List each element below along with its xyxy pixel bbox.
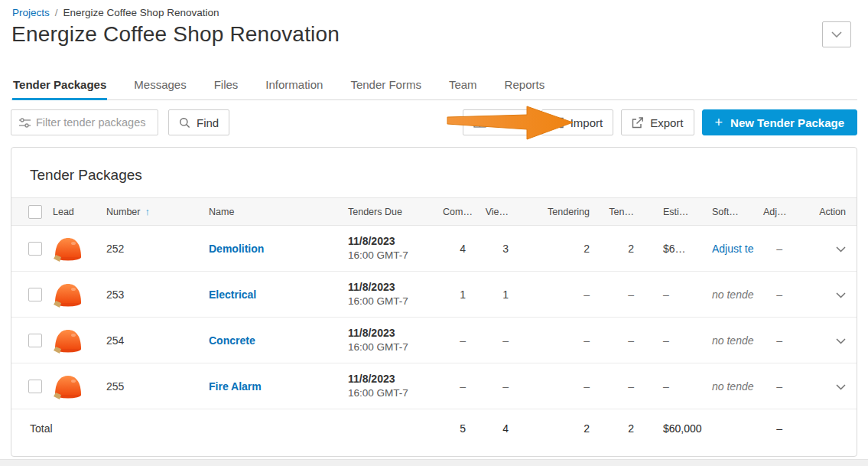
column-header-lead[interactable]: Lead [47, 198, 100, 226]
tab-messages[interactable]: Messages [133, 73, 187, 99]
tender-package-link[interactable]: Electrical [209, 288, 256, 301]
filter-sliders-icon [18, 116, 31, 129]
cell-estimate: – [637, 363, 706, 409]
column-header-viewed[interactable]: Vie… [469, 198, 512, 226]
cell-estimate: – [637, 318, 706, 363]
export-button[interactable]: Export [621, 109, 694, 135]
table-row-demolition: 252 Demolition 11/8/202316:00 GMT-7 4 3 … [11, 226, 857, 272]
table-row-fire-alarm: 255 Fire Alarm 11/8/202316:00 GMT-7 – – … [11, 363, 857, 409]
import-button[interactable]: Import [541, 109, 614, 135]
cell-completed: 1 [437, 272, 469, 318]
cell-adjusted: – [776, 288, 782, 301]
table-header-row: Lead Number↑ Name Tenders Due Com… Vie… … [11, 198, 857, 226]
toolbar: Find Import [11, 109, 857, 135]
cell-due-time: 16:00 GMT-7 [348, 295, 431, 308]
total-adjusted: – [757, 409, 785, 448]
import-button-label: Import [571, 116, 603, 129]
cell-number: 254 [100, 318, 203, 363]
cell-viewed: – [469, 318, 512, 363]
cell-adjusted: – [776, 243, 782, 255]
column-header-number[interactable]: Number↑ [100, 198, 203, 226]
column-settings-button[interactable] [463, 109, 531, 135]
cell-estimate: $6… [637, 226, 706, 272]
tab-reports[interactable]: Reports [504, 73, 546, 99]
tab-tender-forms[interactable]: Tender Forms [349, 73, 422, 99]
total-tendering: 2 [512, 409, 593, 448]
project-page: Projects/Energize Coffee Shop Renovation… [0, 0, 868, 466]
cell-adjusted: – [776, 334, 782, 347]
cell-number: 252 [100, 226, 203, 272]
project-actions-dropdown-button[interactable] [822, 21, 851, 47]
cell-tenders: – [593, 272, 637, 318]
horizontal-scrollbar-track[interactable] [0, 459, 868, 466]
lead-hardhat-avatar [53, 235, 94, 262]
cell-due-time: 16:00 GMT-7 [348, 341, 431, 354]
tender-packages-table: Lead Number↑ Name Tenders Due Com… Vie… … [11, 197, 857, 448]
cell-tenders: – [593, 363, 637, 409]
breadcrumb-projects-link[interactable]: Projects [12, 7, 50, 18]
row-checkbox[interactable] [28, 380, 42, 393]
cell-completed: – [437, 363, 469, 409]
total-estimate: $60,000 [637, 409, 706, 448]
column-header-tenders-due[interactable]: Tenders Due [342, 198, 437, 226]
row-actions-chevron-icon[interactable] [836, 292, 846, 298]
new-tender-package-button[interactable]: + New Tender Package [702, 109, 857, 135]
row-actions-chevron-icon[interactable] [836, 338, 846, 344]
row-actions-chevron-icon[interactable] [836, 246, 846, 253]
row-checkbox[interactable] [28, 334, 42, 347]
cell-estimate: – [637, 272, 706, 318]
tender-package-link[interactable]: Demolition [209, 243, 264, 255]
tender-package-link[interactable]: Fire Alarm [209, 380, 262, 393]
breadcrumb-current: Energize Coffee Shop Renovation [63, 7, 219, 18]
column-header-name[interactable]: Name [203, 198, 342, 226]
table-columns-icon [473, 117, 486, 128]
import-icon [552, 117, 564, 129]
filter-tender-packages-input[interactable] [11, 109, 158, 135]
find-button[interactable]: Find [168, 109, 229, 135]
table-row-electrical: 253 Electrical 11/8/202316:00 GMT-7 1 1 … [11, 272, 857, 318]
tab-bar: Tender Packages Messages Files Informati… [11, 73, 857, 100]
cell-tenders: – [593, 318, 637, 363]
tab-files[interactable]: Files [213, 73, 239, 99]
tab-tender-packages[interactable]: Tender Packages [12, 73, 107, 100]
lead-hardhat-avatar [53, 327, 94, 354]
cell-viewed: – [469, 363, 512, 409]
column-header-estimate[interactable]: Esti… [637, 198, 706, 226]
adjust-tender-link[interactable]: Adjust te [712, 243, 753, 255]
search-icon [179, 117, 190, 129]
cell-tenders: 2 [593, 226, 637, 272]
cell-adjusted: – [776, 380, 782, 393]
select-all-checkbox[interactable] [28, 205, 42, 219]
row-checkbox[interactable] [28, 242, 42, 256]
cell-tendering: – [512, 363, 593, 409]
no-tenders-note: no tende [712, 380, 754, 393]
cell-due-date: 11/8/2023 [348, 234, 431, 249]
cell-number: 255 [100, 363, 203, 409]
cell-due-date: 11/8/2023 [348, 372, 431, 386]
column-header-adjusted[interactable]: Adj… [757, 198, 785, 226]
cell-due-time: 16:00 GMT-7 [348, 249, 431, 262]
column-header-tenders[interactable]: Ten… [593, 198, 637, 226]
cell-viewed: 3 [469, 226, 512, 272]
no-tenders-note: no tende [712, 288, 754, 301]
column-header-tendering[interactable]: Tendering [512, 198, 593, 226]
cell-due-date: 11/8/2023 [348, 280, 431, 295]
column-header-soft[interactable]: Soft… [706, 198, 757, 226]
chevron-down-icon [831, 31, 842, 37]
column-header-completed[interactable]: Com… [437, 198, 469, 226]
breadcrumb-separator: / [55, 7, 58, 18]
row-actions-chevron-icon[interactable] [836, 384, 846, 390]
total-viewed: 4 [469, 409, 512, 448]
cell-completed: – [437, 318, 469, 363]
lead-hardhat-avatar [53, 373, 94, 400]
tender-packages-card: Tender Packages Lead Number↑ Name Tender… [11, 147, 857, 457]
export-button-label: Export [650, 116, 683, 129]
plus-icon: + [715, 116, 723, 129]
table-row-concrete: 254 Concrete 11/8/202316:00 GMT-7 – – – … [11, 318, 857, 363]
row-checkbox[interactable] [28, 288, 42, 301]
tab-team[interactable]: Team [448, 73, 478, 99]
tab-information[interactable]: Information [265, 73, 323, 99]
sort-ascending-icon: ↑ [145, 206, 150, 217]
tender-package-link[interactable]: Concrete [209, 334, 255, 347]
filter-input-field[interactable] [11, 110, 158, 135]
